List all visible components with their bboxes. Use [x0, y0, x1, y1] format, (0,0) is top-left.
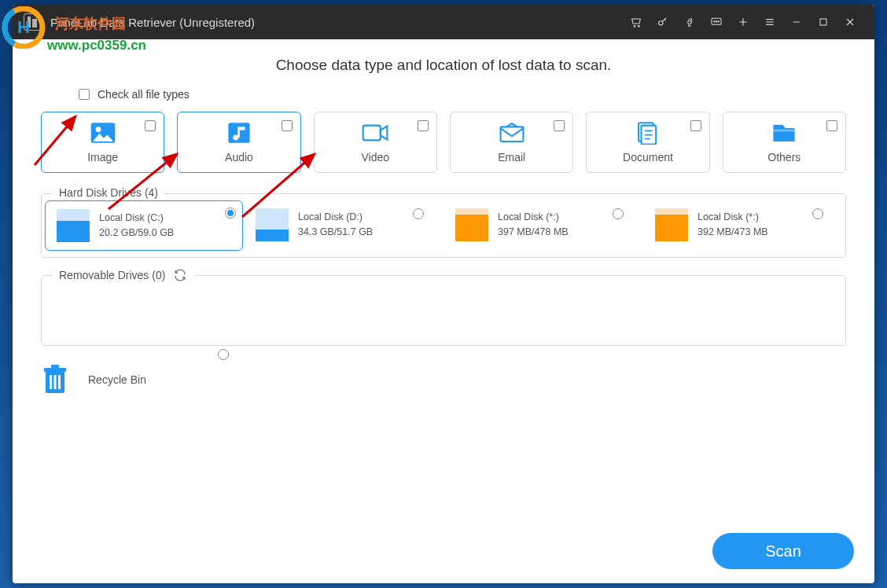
disk-size: 34.3 GB/51.7 GB	[298, 225, 373, 240]
type-document-label: Document	[623, 151, 673, 164]
disk-info: Local Disk (D:) 34.3 GB/51.7 GB	[298, 210, 373, 240]
disk-item[interactable]: Local Disk (*:) 392 MB/473 MB	[655, 208, 831, 241]
disk-radio[interactable]	[613, 208, 624, 219]
hdd-disks-row: Local Disk (C:) 20.2 GB/59.0 GB Local Di…	[56, 208, 831, 243]
disk-slot[interactable]: Local Disk (*:) 392 MB/473 MB	[655, 208, 831, 243]
svg-point-11	[716, 21, 716, 22]
type-image-icon	[90, 121, 116, 148]
trash-icon	[41, 363, 69, 396]
disk-usage-icon	[256, 208, 289, 241]
type-email-label: Email	[498, 151, 525, 164]
disk-radio[interactable]	[225, 208, 236, 219]
svg-point-17	[233, 135, 238, 141]
type-audio-checkbox[interactable]	[282, 120, 293, 131]
svg-point-12	[718, 21, 719, 22]
disk-name: Local Disk (C:)	[99, 211, 174, 226]
type-audio-label: Audio	[225, 151, 253, 164]
facebook-icon[interactable]	[676, 5, 703, 39]
disk-name: Local Disk (D:)	[298, 210, 373, 225]
window-title: FoneLab Data Retriever (Unregistered)	[50, 16, 255, 29]
type-video-checkbox[interactable]	[418, 120, 429, 131]
type-video-icon	[362, 121, 388, 148]
disk-item[interactable]: Local Disk (C:) 20.2 GB/59.0 GB	[45, 200, 243, 251]
minimize-button[interactable]	[783, 5, 810, 39]
type-document-checkbox[interactable]	[690, 120, 701, 131]
type-email-checkbox[interactable]	[554, 120, 565, 131]
recycle-bin-row[interactable]: Recycle Bin	[41, 363, 846, 396]
disk-slot[interactable]: Local Disk (D:) 34.3 GB/51.7 GB	[256, 208, 432, 243]
disk-radio[interactable]	[413, 208, 424, 219]
disk-usage-icon	[57, 209, 90, 242]
close-button[interactable]	[837, 5, 863, 39]
svg-rect-13	[820, 19, 826, 25]
recycle-bin-label: Recycle Bin	[88, 373, 146, 386]
disk-size: 392 MB/473 MB	[697, 225, 768, 240]
check-all-row[interactable]: Check all file types	[79, 88, 856, 101]
svg-rect-26	[774, 130, 795, 132]
maximize-button[interactable]	[810, 5, 837, 39]
refresh-icon[interactable]	[173, 268, 187, 282]
disk-name: Local Disk (*:)	[498, 210, 569, 225]
svg-rect-18	[237, 127, 240, 138]
recycle-bin-radio[interactable]	[218, 349, 229, 360]
file-types-row: Image Audio Video Email Document Others	[41, 112, 846, 173]
removable-legend: Removable Drives (0)	[53, 268, 193, 282]
type-others-icon	[771, 121, 797, 148]
check-all-checkbox[interactable]	[79, 89, 90, 100]
type-document[interactable]: Document	[586, 112, 709, 173]
type-image-label: Image	[87, 151, 118, 164]
svg-point-15	[95, 127, 101, 132]
disk-size: 397 MB/478 MB	[498, 225, 569, 240]
svg-rect-32	[58, 375, 61, 389]
disk-usage-icon	[655, 208, 688, 241]
svg-point-10	[714, 21, 715, 22]
disk-name: Local Disk (*:)	[697, 210, 768, 225]
check-all-label: Check all file types	[98, 88, 190, 101]
plus-icon[interactable]	[730, 5, 756, 39]
feedback-icon[interactable]	[703, 5, 730, 39]
svg-rect-29	[51, 365, 59, 368]
svg-rect-30	[50, 375, 52, 389]
page-headline: Choose data type and location of lost da…	[31, 57, 856, 74]
menu-icon[interactable]	[756, 5, 783, 39]
hdd-legend: Hard Disk Drives (4)	[53, 186, 164, 199]
titlebar: FoneLab Data Retriever (Unregistered)	[13, 5, 874, 39]
hdd-section: Hard Disk Drives (4) Local Disk (C:) 20.…	[41, 193, 846, 258]
cart-icon[interactable]	[623, 5, 650, 39]
type-email[interactable]: Email	[450, 112, 573, 173]
svg-rect-31	[54, 375, 57, 389]
type-audio-icon	[226, 121, 252, 148]
app-logo-icon	[24, 13, 41, 31]
disk-slot[interactable]: Local Disk (*:) 397 MB/478 MB	[455, 208, 631, 243]
disk-info: Local Disk (*:) 397 MB/478 MB	[498, 210, 569, 240]
disk-radio[interactable]	[812, 208, 823, 219]
disk-item[interactable]: Local Disk (*:) 397 MB/478 MB	[455, 208, 631, 241]
type-document-icon	[635, 121, 661, 148]
disk-slot[interactable]: Local Disk (C:) 20.2 GB/59.0 GB	[56, 208, 232, 243]
svg-rect-20	[500, 127, 523, 141]
svg-point-8	[659, 21, 663, 25]
content-area: Choose data type and location of lost da…	[13, 39, 874, 583]
type-video-label: Video	[362, 151, 390, 164]
type-email-icon	[499, 121, 525, 148]
removable-section: Removable Drives (0)	[41, 275, 846, 346]
type-others[interactable]: Others	[723, 112, 846, 173]
disk-item[interactable]: Local Disk (D:) 34.3 GB/51.7 GB	[256, 208, 432, 241]
disk-usage-icon	[455, 208, 488, 241]
type-others-label: Others	[767, 151, 801, 164]
type-video[interactable]: Video	[314, 112, 437, 173]
type-others-checkbox[interactable]	[826, 120, 837, 131]
svg-point-7	[638, 25, 639, 27]
scan-button[interactable]: Scan	[712, 533, 854, 569]
svg-point-6	[634, 25, 635, 27]
type-image-checkbox[interactable]	[145, 120, 156, 131]
svg-rect-28	[44, 368, 66, 372]
key-icon[interactable]	[650, 5, 676, 39]
type-image[interactable]: Image	[41, 112, 164, 173]
type-audio[interactable]: Audio	[177, 112, 300, 173]
disk-info: Local Disk (*:) 392 MB/473 MB	[697, 210, 768, 240]
disk-info: Local Disk (C:) 20.2 GB/59.0 GB	[99, 211, 174, 241]
app-window: FoneLab Data Retriever (Unregistered) Ch…	[13, 5, 874, 583]
svg-rect-19	[363, 126, 381, 141]
disk-size: 20.2 GB/59.0 GB	[99, 226, 174, 241]
